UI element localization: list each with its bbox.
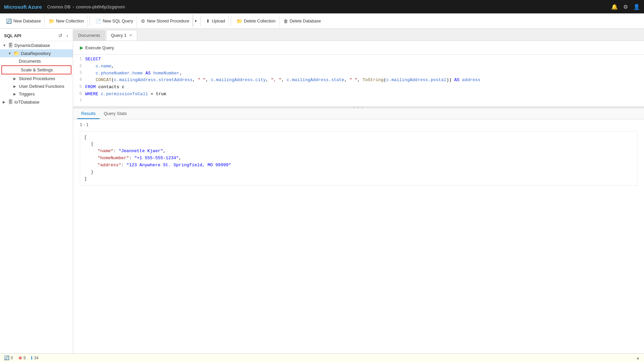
code-line-5: 5 FROM contacts c bbox=[73, 84, 644, 91]
iot-label: IoTDatabase bbox=[14, 100, 70, 105]
sidebar-header-actions: ↺ ‹ bbox=[58, 32, 69, 39]
new-database-label: New Database bbox=[13, 19, 41, 23]
code-line-6: 6 WHERE c.permissionToCall = true bbox=[73, 91, 644, 98]
code-line-2: 2 c.name, bbox=[73, 63, 644, 70]
dynamic-database-icon: 🗄 bbox=[8, 43, 13, 48]
results-tabs-bar: Results Query Stats bbox=[73, 109, 644, 119]
chevron-up-icon[interactable]: ▲ bbox=[636, 356, 640, 360]
new-collection-icon: 📁 bbox=[49, 18, 54, 24]
delete-collection-label: Delete Collection bbox=[244, 19, 276, 23]
code-editor[interactable]: 1 SELECT 2 c.name, 3 c.phoneNumber.home … bbox=[73, 55, 644, 107]
new-database-button[interactable]: 🔄 New Database bbox=[3, 15, 45, 27]
top-bar: Microsoft Azure Cosmos DB › cosmos-pb6h6… bbox=[0, 0, 644, 13]
triggers-arrow: ▶ bbox=[13, 92, 19, 96]
dynamic-database-arrow: ▼ bbox=[3, 44, 8, 47]
results-tab-results[interactable]: Results bbox=[77, 109, 100, 119]
delete-collection-icon: 📁 bbox=[236, 18, 242, 24]
error-count: 0 bbox=[11, 356, 13, 360]
status-bar: 🔄 0 ⊗ 9 ℹ 34 ▲ bbox=[0, 353, 644, 362]
json-line-open-brace: { bbox=[84, 141, 633, 148]
new-sql-query-icon: 📄 bbox=[95, 18, 101, 24]
json-line-open-bracket: [ bbox=[84, 134, 633, 141]
results-count: 1 - 1 bbox=[73, 119, 644, 130]
documents-label: Documents bbox=[19, 59, 70, 64]
dynamic-database-label: DynamicDatabase bbox=[14, 43, 70, 48]
delete-database-icon: 🗑 bbox=[283, 18, 288, 24]
new-stored-procedure-dropdown[interactable]: ▾ bbox=[193, 15, 198, 27]
tab-documents-label: Documents bbox=[78, 33, 100, 38]
json-line-home-number: "homeNumber": "+1 555-555-1234", bbox=[84, 155, 633, 162]
new-stored-procedure-label: New Stored Procedure bbox=[147, 19, 189, 23]
sidebar-item-data-repository[interactable]: ▼ 📁 DataRepository bbox=[0, 49, 73, 57]
sidebar-item-triggers[interactable]: ▶ Triggers bbox=[0, 90, 73, 98]
tab-query1-close[interactable]: ✕ bbox=[129, 33, 132, 38]
tab-query1-label: Query 1 bbox=[111, 33, 126, 38]
scale-settings-label: Scale & Settings bbox=[21, 67, 68, 72]
new-sql-query-label: New SQL Query bbox=[103, 19, 133, 23]
toolbar: 🔄 New Database 📁 New Collection 📄 New SQ… bbox=[0, 13, 644, 29]
execute-query-button[interactable]: ▶ Execute Query bbox=[77, 44, 117, 52]
settings-icon[interactable]: ⚙ bbox=[623, 4, 628, 10]
json-line-name: "name": "Jeannette Kjaer", bbox=[84, 148, 633, 155]
new-sql-query-button[interactable]: 📄 New SQL Query bbox=[92, 15, 137, 27]
json-line-close-bracket: ] bbox=[84, 176, 633, 183]
breadcrumb-sep: › bbox=[72, 4, 74, 9]
sidebar-item-documents[interactable]: Documents bbox=[0, 57, 73, 65]
new-collection-button[interactable]: 📁 New Collection bbox=[45, 15, 88, 27]
new-stored-proc-icon: ⚙ bbox=[141, 18, 145, 24]
new-collection-label: New Collection bbox=[56, 19, 84, 23]
sidebar-item-iot-database[interactable]: ▶ 🗄 IoTDatabase bbox=[0, 98, 73, 106]
upload-icon: ⬆ bbox=[206, 18, 210, 24]
new-stored-procedure-button[interactable]: ⚙ New Stored Procedure bbox=[138, 15, 193, 27]
info-icon: ℹ bbox=[31, 355, 33, 360]
delete-database-button[interactable]: 🗑 Delete Database bbox=[280, 15, 324, 27]
notification-icon[interactable]: 🔔 bbox=[611, 4, 618, 10]
status-warnings: ⊗ 9 bbox=[18, 355, 26, 360]
sidebar-item-stored-procedures[interactable]: ▶ Stored Procedures bbox=[0, 75, 73, 82]
new-database-icon: 🔄 bbox=[6, 18, 12, 24]
upload-button[interactable]: ⬆ Upload bbox=[203, 15, 229, 27]
sidebar: SQL API ↺ ‹ ▼ 🗄 DynamicDatabase ▼ 📁 Data… bbox=[0, 29, 73, 353]
triggers-label: Triggers bbox=[19, 92, 70, 97]
execute-query-label: Execute Query bbox=[85, 45, 114, 50]
iot-icon: 🗄 bbox=[8, 99, 13, 105]
breadcrumb-instance[interactable]: cosmos-pb6h6p3zgqnom bbox=[76, 4, 125, 9]
brand-label: Microsoft Azure bbox=[4, 4, 42, 10]
sidebar-item-scale-settings[interactable]: Scale & Settings bbox=[1, 65, 71, 74]
udf-arrow: ▶ bbox=[13, 84, 19, 88]
tab-documents[interactable]: Documents bbox=[73, 30, 105, 41]
code-line-7: 7 bbox=[73, 98, 644, 105]
json-line-address: "address": "123 Anywhere St. Springfield… bbox=[84, 162, 633, 169]
code-line-3: 3 c.phoneNumber.home AS homeNumber, bbox=[73, 70, 644, 77]
upload-label: Upload bbox=[212, 19, 225, 23]
sidebar-item-dynamic-database[interactable]: ▼ 🗄 DynamicDatabase bbox=[0, 41, 73, 49]
sidebar-refresh-button[interactable]: ↺ bbox=[58, 32, 63, 39]
tabs-bar: Documents Query 1 ✕ bbox=[73, 29, 644, 41]
sidebar-title: SQL API bbox=[4, 33, 21, 38]
delete-database-label: Delete Database bbox=[290, 19, 321, 23]
iot-arrow: ▶ bbox=[3, 100, 8, 104]
execute-query-icon: ▶ bbox=[80, 45, 84, 50]
sidebar-item-user-defined-functions[interactable]: ▶ User Defined Functions bbox=[0, 82, 73, 90]
content-area: Documents Query 1 ✕ ▶ Execute Query 1 SE… bbox=[73, 29, 644, 353]
sidebar-header: SQL API ↺ ‹ bbox=[0, 29, 73, 41]
json-line-close-brace: } bbox=[84, 169, 633, 176]
user-avatar[interactable]: 👤 bbox=[633, 4, 640, 10]
sidebar-collapse-button[interactable]: ‹ bbox=[66, 32, 69, 39]
data-repository-label: DataRepository bbox=[21, 51, 70, 56]
breadcrumb: Cosmos DB › cosmos-pb6h6p3zgqnom bbox=[47, 4, 125, 9]
delete-collection-button[interactable]: 📁 Delete Collection bbox=[233, 15, 279, 27]
scale-settings-arrow bbox=[15, 68, 21, 72]
stored-procedures-label: Stored Procedures bbox=[19, 76, 70, 81]
code-line-1: 1 SELECT bbox=[73, 56, 644, 63]
udf-label: User Defined Functions bbox=[19, 84, 70, 89]
tab-query1[interactable]: Query 1 ✕ bbox=[106, 30, 137, 41]
toolbar-sep-1 bbox=[90, 16, 90, 26]
status-errors: 🔄 0 bbox=[4, 355, 13, 360]
results-tab-query-stats[interactable]: Query Stats bbox=[100, 109, 131, 119]
stored-procedures-arrow: ▶ bbox=[13, 77, 19, 80]
breadcrumb-db[interactable]: Cosmos DB bbox=[47, 4, 70, 9]
toolbar-sep-3 bbox=[231, 16, 231, 26]
warning-count: 9 bbox=[23, 356, 26, 360]
query-toolbar: ▶ Execute Query bbox=[73, 41, 644, 55]
